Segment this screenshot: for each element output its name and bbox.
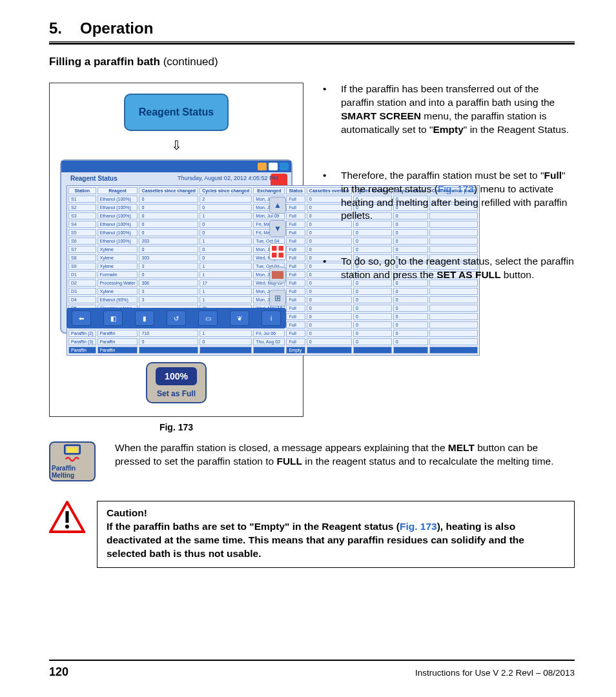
fig-ref-link[interactable]: Fig. 173: [438, 183, 474, 194]
svg-rect-0: [272, 246, 277, 251]
figure-box: Reagent Status ⇩ Reagent Status Thursday…: [49, 83, 303, 417]
info-button[interactable]: i: [262, 310, 281, 326]
stations-button[interactable]: [269, 267, 286, 283]
svg-rect-6: [67, 447, 78, 452]
doc-version-line: Instructions for Use V 2.2 RevI – 08/201…: [415, 668, 575, 678]
table-row[interactable]: Paraffin (2)Paraffin7101Fri, Jul 06Full0…: [68, 330, 478, 337]
figure-caption: Fig. 173: [49, 422, 303, 432]
set-as-full-button[interactable]: 100% Set as Full: [146, 362, 207, 403]
warning-triangle-icon: [49, 501, 85, 536]
melt-paragraph: When the paraffin station is closed, a m…: [115, 441, 575, 469]
fig-ref-link[interactable]: Fig. 173: [400, 521, 437, 532]
section-title: Operation: [80, 19, 153, 37]
section-number: 5.: [49, 19, 62, 37]
page-number: 120: [49, 665, 68, 679]
reagents-button[interactable]: [269, 243, 286, 260]
set-as-full-label: Set as Full: [157, 389, 196, 398]
back-button[interactable]: ⬅: [72, 310, 91, 326]
titlebar-icon: [280, 163, 289, 170]
bullet-1: If the paraffin has been transferred out…: [323, 83, 575, 137]
subhead-title: Filling a paraffin bath: [49, 56, 160, 68]
svg-rect-4: [272, 271, 283, 279]
apple-icon-button[interactable]: ❦: [230, 310, 249, 326]
down-arrow-icon: ⇩: [171, 137, 182, 153]
svg-rect-1: [279, 246, 284, 251]
scroll-down-button[interactable]: ▼: [269, 220, 286, 237]
bottle-button[interactable]: ▮: [135, 310, 154, 326]
svg-rect-8: [66, 511, 69, 523]
reagent-status-button-label: Reagent Status: [139, 106, 214, 118]
svg-rect-3: [279, 253, 284, 258]
grid-button[interactable]: ⊞: [269, 290, 286, 307]
titlebar-icon: [258, 163, 267, 170]
group-button[interactable]: ▭: [198, 310, 218, 326]
reagent-status-button[interactable]: Reagent Status: [124, 94, 229, 131]
svg-rect-2: [272, 253, 277, 258]
titlebar-icon: [269, 163, 278, 170]
panel-datetime: Thursday, August 02, 2012 4:05:52 PM: [178, 175, 278, 181]
scroll-up-button[interactable]: ▲: [269, 197, 286, 214]
table-row[interactable]: Paraffin (3)Paraffin00Thu, Aug 02Full000: [68, 338, 478, 345]
caution-box: Caution! If the paraffin baths are set t…: [97, 501, 575, 568]
bullet-2: Therefore, the paraffin station must be …: [323, 169, 575, 223]
set-as-empty-button[interactable]: ◧: [103, 310, 123, 326]
reset-data-button[interactable]: ↺: [167, 310, 186, 326]
paraffin-melting-icon: Paraffin Melting: [49, 441, 96, 481]
panel-title: Reagent Status: [70, 175, 118, 182]
svg-point-9: [65, 525, 69, 529]
reagent-status-screenshot: Reagent Status Thursday, August 02, 2012…: [60, 159, 293, 334]
bullet-3: To do so, go to the reagent status, sele…: [323, 255, 575, 282]
subhead-continued: (continued): [160, 56, 218, 68]
set-as-full-pct: 100%: [165, 371, 188, 381]
